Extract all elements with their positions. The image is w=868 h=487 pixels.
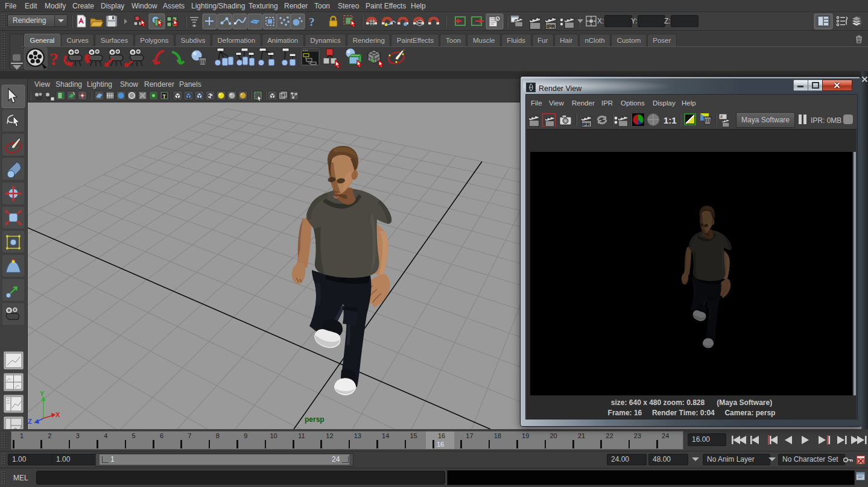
- svg-text:persp: persp: [305, 415, 325, 424]
- svg-text:#: #: [720, 115, 723, 119]
- svg-text:X: X: [55, 411, 60, 418]
- svg-text:IPR: IPR: [546, 24, 556, 30]
- svg-text:IPR: IPR: [582, 122, 591, 127]
- svg-text:Z: Z: [28, 418, 32, 425]
- svg-text:?: ?: [309, 16, 315, 28]
- svg-text:?: ?: [49, 49, 59, 69]
- svg-text:T: T: [163, 93, 166, 99]
- svg-text:Y: Y: [40, 390, 45, 397]
- svg-text:1:1: 1:1: [664, 115, 677, 125]
